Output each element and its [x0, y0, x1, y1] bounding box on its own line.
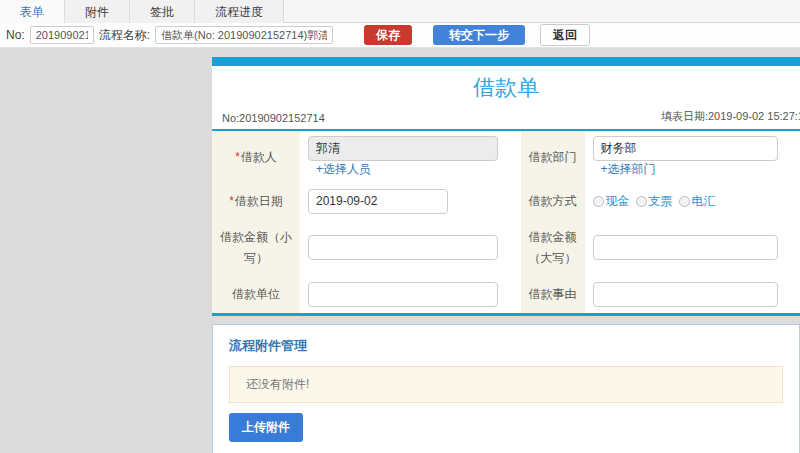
tab-progress[interactable]: 流程进度: [195, 0, 284, 23]
process-name-input[interactable]: [155, 26, 333, 44]
upload-attachment-button[interactable]: 上传附件: [229, 413, 303, 442]
main-panel: 借款单 No:20190902152714 填表日期:2019-09-02 15…: [212, 57, 800, 453]
form-no-text: No:20190902152714: [222, 112, 325, 124]
borrower-label-cell: *借款人: [212, 131, 300, 183]
dept-input[interactable]: [593, 136, 778, 161]
table-row: *借款人 +选择人员 借款部门 +选择部门: [212, 131, 800, 183]
unit-field-cell: [300, 276, 521, 314]
form-title: 借款单: [212, 66, 800, 106]
no-attachment-alert: 还没有附件!: [229, 366, 783, 403]
select-dept-link[interactable]: +选择部门: [601, 162, 656, 176]
no-input[interactable]: [30, 26, 94, 44]
command-bar: No: 流程名称: 保存 转交下一步 返回: [0, 23, 800, 48]
loan-reason-input[interactable]: [593, 282, 778, 307]
date-field-cell: [300, 183, 521, 219]
unit-label-cell: 借款单位: [212, 276, 300, 314]
amount-lower-label-cell: 借款金额（小写）: [212, 219, 300, 276]
amount-lower-input[interactable]: [308, 235, 498, 260]
form-date-text: 填表日期:2019-09-02 15:27:1: [661, 109, 800, 124]
radio-wire[interactable]: 电汇: [679, 193, 716, 210]
loan-form-section: 借款单 No:20190902152714 填表日期:2019-09-02 15…: [212, 57, 800, 316]
top-tab-bar: 表单 附件 签批 流程进度: [0, 0, 800, 23]
process-name-label: 流程名称:: [99, 27, 150, 44]
radio-icon: [636, 196, 647, 207]
reason-field-cell: [585, 276, 800, 314]
form-top-bar: [212, 57, 800, 66]
workspace: 借款单 No:20190902152714 填表日期:2019-09-02 15…: [0, 49, 800, 453]
tab-form[interactable]: 表单: [0, 0, 65, 23]
loan-unit-input[interactable]: [308, 282, 498, 307]
method-label-cell: 借款方式: [521, 183, 585, 219]
loan-date-input[interactable]: [308, 189, 448, 214]
forward-next-step-button[interactable]: 转交下一步: [433, 25, 525, 45]
radio-icon: [679, 196, 690, 207]
form-meta-row: No:20190902152714 填表日期:2019-09-02 15:27:…: [212, 106, 800, 131]
table-row: *借款日期 借款方式 现金: [212, 183, 800, 219]
amount-upper-label-cell: 借款金额（大写）: [521, 219, 585, 276]
borrower-field-cell: +选择人员: [300, 131, 521, 183]
dept-label-cell: 借款部门: [521, 131, 585, 183]
radio-cash[interactable]: 现金: [593, 193, 630, 210]
radio-icon: [593, 196, 604, 207]
back-button[interactable]: 返回: [540, 24, 590, 46]
table-row: 借款单位 借款事由: [212, 276, 800, 314]
method-field-cell: 现金 支票 电汇: [585, 183, 800, 219]
select-person-link[interactable]: +选择人员: [316, 162, 371, 176]
date-label-cell: *借款日期: [212, 183, 300, 219]
required-mark: *: [229, 194, 234, 208]
dept-field-cell: +选择部门: [585, 131, 800, 183]
borrower-input[interactable]: [308, 136, 498, 161]
radio-check[interactable]: 支票: [636, 193, 673, 210]
amount-upper-field-cell: [585, 219, 800, 276]
amount-lower-field-cell: [300, 219, 521, 276]
save-button[interactable]: 保存: [364, 25, 412, 45]
required-mark: *: [235, 150, 240, 164]
tab-sign[interactable]: 签批: [130, 0, 195, 23]
no-label: No:: [6, 28, 25, 42]
tab-attachment[interactable]: 附件: [65, 0, 130, 23]
attachment-section: 流程附件管理 还没有附件! 上传附件: [212, 324, 800, 453]
reason-label-cell: 借款事由: [521, 276, 585, 314]
attachment-section-title: 流程附件管理: [229, 337, 783, 355]
table-row: 借款金额（小写） 借款金额（大写）: [212, 219, 800, 276]
amount-upper-input[interactable]: [593, 235, 778, 260]
loan-form-table: *借款人 +选择人员 借款部门 +选择部门 *借款日期: [212, 131, 800, 316]
